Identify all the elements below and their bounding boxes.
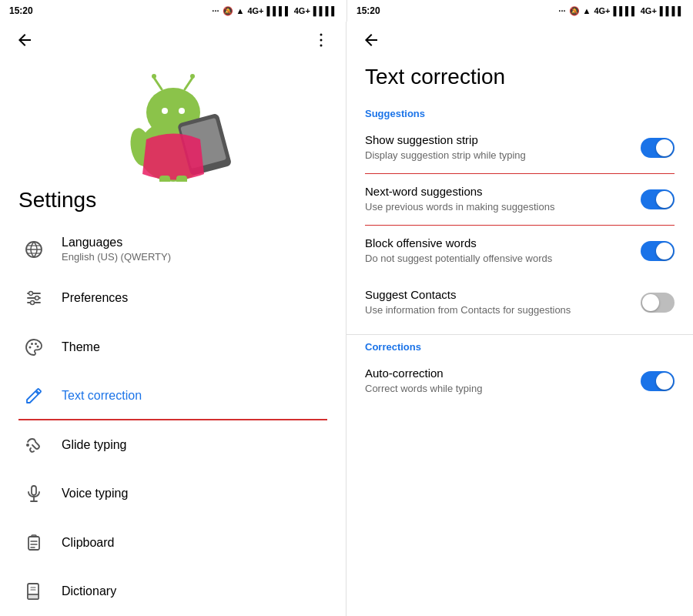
- sidebar-item-preferences[interactable]: Preferences: [0, 273, 346, 323]
- sidebar-item-dictionary[interactable]: Dictionary: [0, 567, 346, 616]
- glide-typing-nav-text: Glide typing: [62, 438, 127, 452]
- sidebar-item-clipboard[interactable]: Clipboard: [0, 518, 346, 567]
- sidebar-item-glide-typing[interactable]: Glide typing: [0, 420, 346, 470]
- corrections-section-label: Corrections: [346, 335, 693, 356]
- svg-point-21: [29, 292, 33, 296]
- pen-icon: [18, 380, 49, 411]
- svg-line-5: [154, 78, 162, 89]
- languages-label: Languages: [62, 236, 171, 249]
- mascot-area: [0, 59, 346, 182]
- left-back-button[interactable]: [12, 28, 37, 52]
- svg-rect-16: [176, 176, 187, 182]
- preferences-nav-text: Preferences: [62, 291, 128, 305]
- auto-correction-title: Auto-correction: [365, 367, 631, 380]
- toggle-thumb: [656, 139, 673, 156]
- svg-point-25: [31, 343, 33, 345]
- languages-sublabel: English (US) (QWERTY): [62, 251, 171, 263]
- settings-title: Settings: [0, 182, 346, 225]
- sidebar-item-text-correction[interactable]: Text correction: [0, 371, 346, 420]
- suggest-contacts-title: Suggest Contacts: [365, 288, 631, 301]
- voice-typing-label: Voice typing: [62, 487, 128, 500]
- sidebar-item-theme[interactable]: Theme: [0, 323, 346, 372]
- book-icon: [18, 576, 49, 607]
- next-word-suggestions-desc: Use previous words in making suggestions: [365, 200, 631, 214]
- clipboard-icon: [18, 527, 49, 558]
- corrections-section: Corrections Auto-correction Correct word…: [346, 334, 693, 407]
- suggest-contacts-toggle[interactable]: [641, 293, 675, 313]
- right-back-button[interactable]: [359, 28, 383, 52]
- right-header: [346, 22, 693, 59]
- toggle-thumb: [656, 373, 673, 390]
- show-suggestion-strip-text: Show suggestion strip Display suggestion…: [365, 133, 641, 162]
- dictionary-nav-text: Dictionary: [62, 584, 116, 598]
- next-word-suggestions-title: Next-word suggestions: [365, 185, 631, 198]
- svg-point-26: [35, 343, 37, 345]
- svg-point-1: [320, 39, 323, 42]
- show-suggestion-strip-toggle[interactable]: [641, 138, 675, 158]
- left-status-icons: ··· 🔕 ▲ 4G+ ▌▌▌▌ 4G+ ▌▌▌▌: [212, 6, 337, 16]
- svg-point-8: [190, 74, 195, 79]
- sliders-icon: [18, 283, 49, 313]
- next-word-suggestions-text: Next-word suggestions Use previous words…: [365, 185, 641, 214]
- svg-point-9: [162, 108, 168, 114]
- next-word-suggestions-item: Next-word suggestions Use previous words…: [346, 174, 693, 225]
- left-panel: Settings Languages English (US) (QWERTY): [0, 22, 346, 616]
- right-panel: Text correction Suggestions Show suggest…: [346, 22, 693, 616]
- suggest-contacts-text: Suggest Contacts Use information from Co…: [365, 288, 641, 317]
- voice-typing-nav-text: Voice typing: [62, 487, 128, 500]
- svg-point-6: [152, 74, 156, 79]
- sidebar-item-languages[interactable]: Languages English (US) (QWERTY): [0, 225, 346, 274]
- auto-correction-text: Auto-correction Correct words while typi…: [365, 367, 641, 396]
- more-options-button[interactable]: [309, 28, 333, 52]
- svg-point-10: [179, 108, 185, 114]
- left-header: [0, 22, 346, 59]
- svg-point-23: [31, 301, 35, 305]
- swipe-icon: [18, 430, 49, 460]
- globe-icon: [18, 234, 49, 265]
- svg-point-0: [320, 34, 323, 36]
- mic-icon: [18, 478, 49, 509]
- svg-point-2: [320, 45, 323, 47]
- languages-nav-text: Languages English (US) (QWERTY): [62, 236, 171, 263]
- text-correction-label: Text correction: [62, 389, 142, 403]
- suggest-contacts-desc: Use information from Contacts for sugges…: [365, 303, 631, 317]
- sidebar-item-voice-typing[interactable]: Voice typing: [0, 469, 346, 518]
- show-suggestion-strip-item: Show suggestion strip Display suggestion…: [346, 122, 693, 173]
- auto-correction-desc: Correct words while typing: [365, 382, 631, 396]
- theme-nav-text: Theme: [62, 340, 100, 354]
- block-offensive-words-text: Block offensive words Do not suggest pot…: [365, 236, 641, 266]
- clipboard-label: Clipboard: [62, 536, 114, 550]
- svg-point-28: [26, 444, 29, 447]
- suggestions-section-label: Suggestions: [346, 102, 693, 122]
- left-time: 15:20: [9, 5, 33, 16]
- show-suggestion-strip-title: Show suggestion strip: [365, 133, 631, 146]
- auto-correction-toggle[interactable]: [641, 371, 675, 391]
- dictionary-label: Dictionary: [62, 584, 116, 598]
- main-content: Settings Languages English (US) (QWERTY): [0, 22, 693, 616]
- svg-rect-38: [28, 594, 38, 599]
- mascot-image: [96, 59, 250, 182]
- block-offensive-words-desc: Do not suggest potentially offensive wor…: [365, 252, 631, 266]
- next-word-suggestions-toggle[interactable]: [641, 189, 675, 209]
- toggle-thumb: [642, 294, 659, 311]
- clipboard-nav-text: Clipboard: [62, 536, 114, 550]
- right-status-bar: 15:20 ··· 🔕 ▲ 4G+ ▌▌▌▌ 4G+ ▌▌▌▌: [346, 0, 693, 22]
- svg-point-24: [29, 346, 32, 348]
- block-offensive-words-toggle[interactable]: [641, 241, 675, 261]
- theme-label: Theme: [62, 340, 100, 354]
- svg-point-22: [35, 296, 39, 300]
- right-status-icons: ··· 🔕 ▲ 4G+ ▌▌▌▌ 4G+ ▌▌▌▌: [558, 6, 684, 16]
- svg-line-7: [185, 78, 192, 89]
- toggle-thumb: [656, 191, 673, 208]
- status-bars: 15:20 ··· 🔕 ▲ 4G+ ▌▌▌▌ 4G+ ▌▌▌▌ 15:20 ··…: [0, 0, 693, 22]
- toggle-thumb: [656, 243, 673, 259]
- show-suggestion-strip-desc: Display suggestion strip while typing: [365, 149, 631, 162]
- page-title: Text correction: [346, 59, 693, 102]
- palette-icon: [18, 332, 49, 363]
- svg-rect-15: [159, 176, 170, 182]
- block-offensive-words-item: Block offensive words Do not suggest pot…: [346, 226, 693, 276]
- left-status-bar: 15:20 ··· 🔕 ▲ 4G+ ▌▌▌▌ 4G+ ▌▌▌▌: [0, 0, 346, 22]
- glide-typing-label: Glide typing: [62, 438, 127, 452]
- preferences-label: Preferences: [62, 291, 128, 305]
- auto-correction-item: Auto-correction Correct words while typi…: [346, 356, 693, 407]
